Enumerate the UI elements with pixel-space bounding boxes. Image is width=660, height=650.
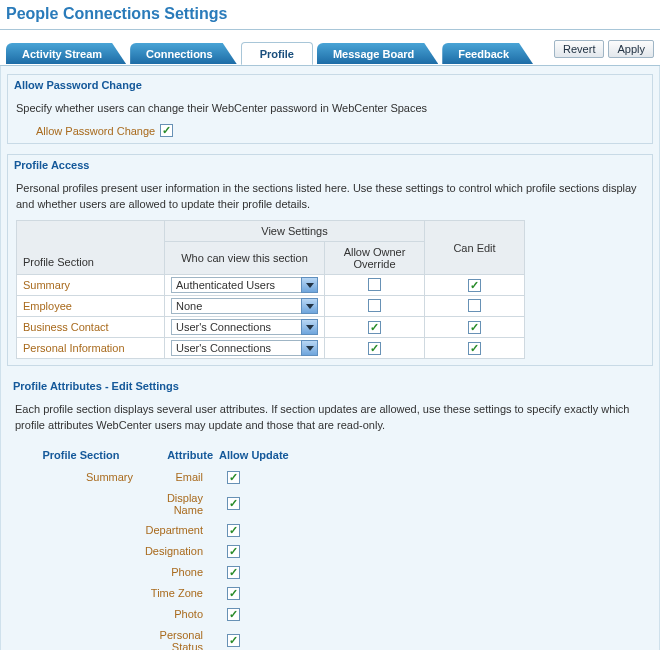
can-edit-checkbox[interactable] bbox=[468, 279, 481, 292]
allow-update-checkbox[interactable] bbox=[227, 497, 240, 510]
allow-update-checkbox[interactable] bbox=[227, 634, 240, 647]
section-title: Profile Access bbox=[8, 155, 652, 175]
dropdown-button[interactable] bbox=[301, 340, 318, 356]
list-item: Time Zone bbox=[15, 583, 645, 604]
chevron-down-icon bbox=[306, 304, 314, 309]
page-title: People Connections Settings bbox=[0, 0, 660, 30]
chevron-down-icon bbox=[306, 283, 314, 288]
section-profile-access: Profile Access Personal profiles present… bbox=[7, 154, 653, 366]
row-section-label: Summary bbox=[17, 275, 165, 296]
attr-name: Email bbox=[143, 471, 213, 483]
tab-feedback[interactable]: Feedback bbox=[442, 43, 533, 64]
can-edit-checkbox[interactable] bbox=[468, 299, 481, 312]
who-can-view-select[interactable]: User's Connections bbox=[171, 340, 318, 356]
section-allow-password: Allow Password Change Specify whether us… bbox=[7, 74, 653, 144]
allow-override-checkbox[interactable] bbox=[368, 299, 381, 312]
can-edit-checkbox[interactable] bbox=[468, 321, 481, 334]
tab-message-board[interactable]: Message Board bbox=[317, 43, 438, 64]
section-desc: Each profile section displays several us… bbox=[15, 402, 645, 433]
table-row: Personal InformationUser's Connections bbox=[17, 338, 525, 359]
select-value: Authenticated Users bbox=[171, 277, 301, 293]
tab-connections[interactable]: Connections bbox=[130, 43, 237, 64]
attr-header-row: Profile Section Attribute Allow Update bbox=[15, 441, 645, 467]
col-view-settings: View Settings bbox=[165, 221, 425, 242]
allow-override-checkbox[interactable] bbox=[368, 321, 381, 334]
list-item: Department bbox=[15, 520, 645, 541]
list-item: Photo bbox=[15, 604, 645, 625]
allow-update-checkbox[interactable] bbox=[227, 524, 240, 537]
allow-update-checkbox[interactable] bbox=[227, 608, 240, 621]
tab-profile[interactable]: Profile bbox=[241, 42, 313, 65]
row-section-label: Business Contact bbox=[17, 317, 165, 338]
select-value: None bbox=[171, 298, 301, 314]
tab-bar: Activity StreamConnectionsProfileMessage… bbox=[0, 30, 660, 66]
attr-name: Personal Status bbox=[143, 629, 213, 650]
attr-section: Summary bbox=[19, 471, 143, 483]
col-attribute: Attribute bbox=[143, 449, 213, 461]
allow-update-checkbox[interactable] bbox=[227, 566, 240, 579]
table-row: Business ContactUser's Connections bbox=[17, 317, 525, 338]
table-row: EmployeeNone bbox=[17, 296, 525, 317]
col-allow-override: Allow Owner Override bbox=[325, 242, 425, 275]
col-profile-section: Profile Section bbox=[19, 449, 143, 461]
tab-activity-stream[interactable]: Activity Stream bbox=[6, 43, 126, 64]
col-allow-update: Allow Update bbox=[213, 449, 303, 461]
list-item: Display Name bbox=[15, 488, 645, 520]
select-value: User's Connections bbox=[171, 319, 301, 335]
list-item: Designation bbox=[15, 541, 645, 562]
section-title: Profile Attributes - Edit Settings bbox=[7, 376, 653, 396]
row-section-label: Employee bbox=[17, 296, 165, 317]
allow-password-checkbox[interactable] bbox=[160, 124, 173, 137]
chevron-down-icon bbox=[306, 346, 314, 351]
section-desc: Specify whether users can change their W… bbox=[16, 101, 644, 116]
attr-name: Designation bbox=[143, 545, 213, 557]
section-title: Allow Password Change bbox=[8, 75, 652, 95]
table-row: SummaryAuthenticated Users bbox=[17, 275, 525, 296]
list-item: SummaryEmail bbox=[15, 467, 645, 488]
attr-name: Department bbox=[143, 524, 213, 536]
col-can-edit: Can Edit bbox=[425, 221, 525, 275]
section-profile-attributes: Profile Attributes - Edit Settings Each … bbox=[7, 376, 653, 650]
revert-button[interactable]: Revert bbox=[554, 40, 604, 58]
dropdown-button[interactable] bbox=[301, 298, 318, 314]
attr-name: Display Name bbox=[143, 492, 213, 516]
col-who-view: Who can view this section bbox=[165, 242, 325, 275]
attr-name: Phone bbox=[143, 566, 213, 578]
who-can-view-select[interactable]: User's Connections bbox=[171, 319, 318, 335]
row-section-label: Personal Information bbox=[17, 338, 165, 359]
who-can-view-select[interactable]: Authenticated Users bbox=[171, 277, 318, 293]
col-profile-section: Profile Section bbox=[17, 221, 165, 275]
list-item: Phone bbox=[15, 562, 645, 583]
allow-update-checkbox[interactable] bbox=[227, 545, 240, 558]
allow-password-row: Allow Password Change bbox=[36, 124, 173, 137]
allow-password-label: Allow Password Change bbox=[36, 125, 155, 137]
allow-update-checkbox[interactable] bbox=[227, 587, 240, 600]
list-item: Personal Status bbox=[15, 625, 645, 650]
allow-override-checkbox[interactable] bbox=[368, 278, 381, 291]
who-can-view-select[interactable]: None bbox=[171, 298, 318, 314]
apply-button[interactable]: Apply bbox=[608, 40, 654, 58]
content-panel: Allow Password Change Specify whether us… bbox=[0, 66, 660, 650]
attr-name: Time Zone bbox=[143, 587, 213, 599]
can-edit-checkbox[interactable] bbox=[468, 342, 481, 355]
chevron-down-icon bbox=[306, 325, 314, 330]
section-desc: Personal profiles present user informati… bbox=[16, 181, 644, 212]
dropdown-button[interactable] bbox=[301, 319, 318, 335]
allow-override-checkbox[interactable] bbox=[368, 342, 381, 355]
profile-access-table: Profile Section View Settings Can Edit W… bbox=[16, 220, 525, 359]
dropdown-button[interactable] bbox=[301, 277, 318, 293]
select-value: User's Connections bbox=[171, 340, 301, 356]
attr-name: Photo bbox=[143, 608, 213, 620]
allow-update-checkbox[interactable] bbox=[227, 471, 240, 484]
